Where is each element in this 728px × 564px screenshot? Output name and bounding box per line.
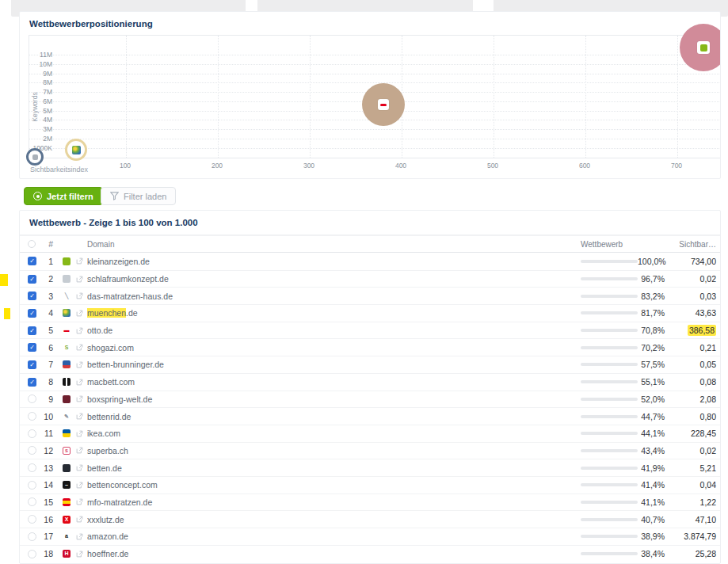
table-row[interactable]: 18 H hoeffner.de 38,4% 25,28: [20, 545, 720, 562]
external-link-icon[interactable]: [76, 344, 84, 351]
domain-link[interactable]: schlafraumkonzept.de: [87, 274, 581, 284]
competitor-bubble[interactable]: [680, 24, 721, 71]
table-row[interactable]: 13 betten.de 41,9% 5,21: [20, 459, 720, 476]
site-favicon-icon: [63, 309, 71, 317]
external-link-icon[interactable]: [76, 395, 84, 402]
domain-link[interactable]: betten.de: [87, 463, 581, 473]
table-row[interactable]: ✓ 7 betten-brunninger.de 57,5% 0,05: [20, 356, 720, 373]
row-checkbox[interactable]: [28, 550, 36, 558]
external-link-icon[interactable]: [76, 447, 84, 454]
load-filter-button[interactable]: Filter laden: [101, 187, 176, 205]
table-row[interactable]: ✓ 2 schlafraumkonzept.de 96,7% 0,02: [20, 270, 720, 288]
domain-link[interactable]: ikea.com: [87, 429, 581, 438]
funnel-icon: [110, 192, 119, 200]
external-link-icon[interactable]: [76, 498, 84, 505]
select-all-checkbox[interactable]: [28, 240, 36, 248]
domain-link[interactable]: bettenrid.de: [87, 412, 581, 421]
table-row[interactable]: ✓ 4 muenchen.de 81,7% 43,63: [20, 304, 720, 322]
competition-bar: [581, 295, 638, 298]
row-checkbox[interactable]: ✓: [28, 326, 36, 335]
domain-link[interactable]: betten-brunninger.de: [87, 360, 581, 369]
domain-link[interactable]: macbett.com: [87, 377, 581, 387]
row-number: 11: [44, 429, 53, 438]
row-checkbox[interactable]: [28, 515, 36, 524]
row-checkbox[interactable]: [28, 412, 36, 421]
competitor-bubble[interactable]: [65, 139, 87, 161]
competitor-bubble[interactable]: [362, 83, 405, 126]
table-row[interactable]: 12 s superba.ch 43,4% 0,02: [20, 442, 720, 459]
table-row[interactable]: ✓ 8 macbett.com 55,1% 0,08: [20, 373, 720, 391]
row-checkbox[interactable]: [28, 463, 36, 472]
row-checkbox[interactable]: ✓: [28, 292, 36, 300]
row-checkbox[interactable]: [28, 532, 36, 541]
column-header-domain[interactable]: Domain: [87, 240, 581, 249]
external-link-icon[interactable]: [76, 310, 84, 317]
table-row[interactable]: ✓ 5 ▬ otto.de 70,8% 386,58: [20, 322, 720, 339]
table-row[interactable]: ✓ 3 ╲ das-matratzen-haus.de 83,2% 0,03: [20, 287, 720, 304]
column-header-num[interactable]: #: [44, 239, 53, 249]
competition-percent: 41,4%: [638, 480, 665, 490]
table-row[interactable]: 17 a amazon.de 38,9% 3.874,79: [20, 528, 720, 545]
visibility-value-wrap: 0,04: [665, 480, 716, 490]
table-row[interactable]: 10 ✎ bettenrid.de 44,7% 0,80: [20, 407, 720, 425]
external-link-icon[interactable]: [76, 430, 84, 437]
domain-link[interactable]: das-matratzen-haus.de: [87, 292, 581, 301]
row-checkbox[interactable]: ✓: [28, 275, 36, 284]
visibility-value: 0,08: [700, 377, 716, 387]
competition-bar: [581, 552, 638, 555]
competitor-bubble[interactable]: [26, 148, 44, 166]
domain-link[interactable]: muenchen.de: [87, 308, 581, 318]
domain-link[interactable]: bettenconcept.com: [87, 480, 581, 490]
external-link-icon[interactable]: [76, 464, 84, 471]
table-row[interactable]: ✓ 1 kleinanzeigen.de 100,0% 734,00: [20, 253, 720, 270]
row-checkbox[interactable]: [28, 481, 36, 490]
external-link-icon[interactable]: [76, 551, 84, 558]
table-row[interactable]: 16 X xxxlutz.de 40,7% 47,10: [20, 510, 720, 528]
table-row[interactable]: 15 mfo-matratzen.de 41,1% 1,22: [20, 494, 720, 511]
column-header-competition[interactable]: Wettbewerb: [581, 240, 665, 249]
row-number: 6: [44, 343, 53, 352]
table-row[interactable]: 11 ikea.com 44,1% 228,45: [20, 425, 720, 442]
row-checkbox[interactable]: ✓: [28, 343, 36, 352]
domain-link[interactable]: xxxlutz.de: [87, 515, 581, 524]
site-favicon-icon: [63, 257, 71, 265]
table-row[interactable]: 9 boxspring-welt.de 52,0% 2,08: [20, 391, 720, 408]
row-checkbox[interactable]: [28, 497, 36, 506]
domain-link[interactable]: shogazi.com: [87, 343, 581, 352]
domain-link[interactable]: boxspring-welt.de: [87, 394, 581, 404]
external-link-icon[interactable]: [76, 257, 84, 265]
column-header-visibility[interactable]: Sichtbar…: [665, 240, 716, 249]
row-checkbox[interactable]: ✓: [28, 378, 36, 387]
table-row[interactable]: ✓ 6 S shogazi.com 70,2% 0,21: [20, 338, 720, 356]
site-favicon-icon: [63, 498, 71, 506]
row-checkbox[interactable]: ✓: [28, 309, 36, 318]
competition-bar: [581, 346, 638, 349]
external-link-icon[interactable]: [76, 276, 84, 283]
row-checkbox[interactable]: [28, 394, 36, 403]
x-tick-label: 100: [109, 162, 141, 170]
domain-link[interactable]: otto.de: [87, 326, 581, 335]
row-checkbox[interactable]: [28, 446, 36, 455]
row-number: 2: [44, 274, 53, 284]
domain-link[interactable]: amazon.de: [87, 532, 581, 541]
external-link-icon[interactable]: [76, 292, 84, 299]
external-link-icon[interactable]: [76, 379, 84, 386]
site-favicon-icon: [380, 104, 387, 106]
table-row[interactable]: 14 – bettenconcept.com 41,4% 0,04: [20, 476, 720, 494]
external-link-icon[interactable]: [76, 482, 84, 489]
filter-now-button[interactable]: Jetzt filtern: [24, 187, 103, 205]
row-checkbox[interactable]: ✓: [28, 257, 36, 265]
external-link-icon[interactable]: [76, 327, 84, 334]
domain-link[interactable]: kleinanzeigen.de: [87, 257, 581, 266]
external-link-icon[interactable]: [76, 413, 84, 420]
external-link-icon[interactable]: [76, 361, 84, 368]
domain-link[interactable]: mfo-matratzen.de: [87, 497, 581, 507]
y-tick-label: 11M: [29, 51, 52, 59]
row-checkbox[interactable]: ✓: [28, 360, 36, 369]
domain-link[interactable]: hoeffner.de: [87, 549, 581, 558]
external-link-icon[interactable]: [76, 516, 84, 523]
row-checkbox[interactable]: [28, 429, 36, 438]
yellow-annotation-mark: [0, 274, 8, 286]
domain-link[interactable]: superba.ch: [87, 446, 581, 455]
external-link-icon[interactable]: [76, 533, 84, 540]
